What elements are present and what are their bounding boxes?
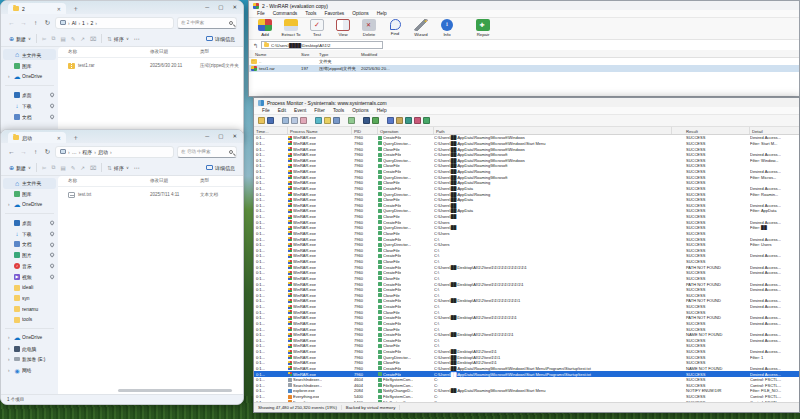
procmon-event-row[interactable]: 0:1...WinRAR.exe7960CreateFileC:\SUCCESS… [254,236,799,242]
sidebar-item-downloads-5[interactable]: ↓下载 [3,228,56,239]
more-options-button[interactable]: ⋯ [134,35,141,42]
new-button[interactable]: ⊕ 新建 ∨ [9,35,31,42]
profiling-icon[interactable] [423,117,430,124]
maximize-button[interactable]: ▢ [218,133,223,139]
procmon-event-row[interactable]: 0:1...WinRAR.exe7960CreateFileC:\Users\█… [254,152,799,158]
chevron-right-icon[interactable]: › [8,74,12,79]
autoscroll-icon[interactable] [291,117,298,124]
sidebar-item-folder-10[interactable]: ideali [3,282,56,293]
include-process-icon[interactable] [333,117,340,124]
procmon-event-row[interactable]: 0:1...WinRAR.exe7960CreateFileC:\SUCCESS… [254,287,799,293]
sidebar-item-documents-6[interactable]: 文档 [3,111,56,122]
file-row-test1-rar[interactable]: test1.rar 2025/6/30 20:11 压缩(zipped)文件夹 [60,60,241,71]
scrollbar-thumb[interactable] [118,389,232,392]
delete-icon[interactable]: ⌧ [90,165,96,171]
procmon-menu-options[interactable]: Options [348,108,373,113]
procmon-event-row[interactable]: 0:1...WinRAR.exe7960QueryDirector...C:\U… [254,158,799,164]
column-type[interactable]: 类型 [200,49,209,54]
procmon-event-row[interactable]: 0:1...WinRAR.exe7960QueryDirector...C:\U… [254,242,799,248]
winrar-menu-favorites[interactable]: Favorites [320,11,348,16]
column-name[interactable]: 名称 [68,178,77,183]
procmon-event-row[interactable]: 0:1...WinRAR.exe7960CreateFileC:\SUCCESS… [254,304,799,310]
chevron-right-icon[interactable]: › [8,346,12,351]
winrar-row-test1-rar[interactable]: test1.rar 197 压缩(zipped)文件夹 2025/6/30 20… [249,65,799,72]
minimize-button[interactable]: ─ [205,133,209,139]
winrar-menu-options[interactable]: Options [348,11,373,16]
copy-icon[interactable]: ⧉ [52,164,56,171]
breadcrumb-segment[interactable]: 程序 [82,149,92,155]
save-icon[interactable] [267,117,274,124]
procmon-event-row[interactable]: 0:1...WinRAR.exe7960CreateFileC:\SUCCESS… [254,270,799,276]
sidebar-item-drive-17[interactable]: ›新加卷 (E:) [3,354,56,365]
procmon-event-row[interactable]: 0:1...WinRAR.exe7960CloseFileC:\Users\██… [254,197,799,203]
procmon-menu-tools[interactable]: Tools [329,108,348,113]
extract-to-button[interactable]: Extract To [279,19,303,37]
column-operation[interactable]: Operation [378,127,434,134]
procmon-event-row[interactable]: 0:1...WinRAR.exe7960CreateFileC:\Users\█… [254,366,799,372]
chevron-right-icon[interactable]: › [8,368,12,373]
details-pane-button[interactable]: 详细信息 [206,36,235,42]
find-icon[interactable] [363,117,370,124]
column-detail[interactable]: Detail [750,127,799,134]
file-system-icon[interactable] [396,117,403,124]
procmon-event-row[interactable]: 0:1...WinRAR.exe7960QueryDirector...C:\U… [254,191,799,197]
sidebar-item-folder-11[interactable]: syn [3,293,56,304]
procmon-event-row[interactable]: 0:1...WinRAR.exe7960CloseFileC:\Users\██… [254,214,799,220]
tab-close-icon[interactable]: ✕ [57,135,61,141]
winrar-path-combo[interactable]: C:\Users\████\Desktop\AI\1\2 [261,41,383,49]
winrar-menu-tools[interactable]: Tools [301,11,320,16]
cut-icon[interactable]: ✂ [42,36,47,42]
sidebar-item-gallery-1[interactable]: 图库 [3,189,56,200]
details-pane-button[interactable]: 详细信息 [206,165,235,171]
procmon-menu-filter[interactable]: Filter [310,108,329,113]
paste-icon[interactable]: ▤ [61,165,66,171]
procmon-event-row[interactable]: 0:1...explorer.exe2084NotifyChangeD...C:… [254,388,799,394]
info-button[interactable]: Info [435,19,459,37]
sidebar-item-onedrive-2[interactable]: ›☁OneDrive [3,71,56,82]
sidebar-item-downloads-5[interactable]: ↓下载 [3,100,56,111]
procmon-event-row[interactable]: 0:1...WinRAR.exe7960CreateFileC:\Users\█… [254,349,799,355]
procmon-event-row[interactable]: 0:1...WinRAR.exe7960CreateFileC:\SUCCESS… [254,253,799,259]
procmon-event-row[interactable]: 0:1...WinRAR.exe7960CreateFileC:\Users\█… [254,315,799,321]
procmon-event-row[interactable]: 0:1...WinRAR.exe7960CreateFileC:\SUCCESS… [254,321,799,327]
file-row-test-txt[interactable]: test.txt 2025/7/11 4:11 文本文档 [60,189,241,200]
copy-icon[interactable]: ⧉ [52,35,56,42]
delete-button[interactable]: Delete [357,19,381,37]
sidebar-item-desktop-4[interactable]: 桌面 [3,217,56,228]
procmon-menu-edit[interactable]: Edit [274,108,290,113]
column-type[interactable]: Type [319,52,328,57]
sidebar-item-pictures-7[interactable]: 图片 [3,250,56,261]
search-box[interactable]: 在 启动 中搜索 [177,146,237,158]
up-button[interactable]: ↑ [31,148,40,155]
minimize-button[interactable]: ─ [205,4,209,10]
rename-icon[interactable]: ✎ [71,36,76,42]
view-button[interactable]: View [331,19,355,37]
close-button[interactable]: ✕ [232,133,237,139]
tab-folder-2[interactable]: 2 ✕ [8,3,66,14]
registry-icon[interactable] [387,117,394,124]
rename-icon[interactable]: ✎ [71,165,76,171]
back-button[interactable]: ← [7,148,16,155]
filter-icon[interactable] [315,117,322,124]
cut-icon[interactable]: ✂ [42,165,47,171]
column-name[interactable]: Name [255,52,266,57]
column-result[interactable]: Result [672,127,750,134]
refresh-button[interactable]: ↻ [43,19,52,27]
network-icon[interactable] [405,117,412,124]
sidebar-item-home-0[interactable]: ⌂主文件夹 [3,49,56,60]
procmon-event-row[interactable]: 0:1...WinRAR.exe7960CreateFileC:\Users\█… [254,298,799,304]
winrar-menu-file[interactable]: File [253,11,269,16]
procmon-event-row[interactable]: 0:1...WinRAR.exe7960CreateFileC:\Users\█… [254,135,799,141]
breadcrumb[interactable]: › AI›1›2› [55,17,174,29]
sidebar-item-home-0[interactable]: ⌂主文件夹 [3,178,56,189]
share-icon[interactable]: ↗ [80,165,85,171]
sidebar-item-onedrive-15[interactable]: ›☁OneDrive [3,332,56,343]
procmon-event-row[interactable]: 0:1...WinRAR.exe7960CloseFileC:\SUCCESS [254,343,799,349]
chevron-right-icon[interactable]: › [8,335,12,340]
column-name[interactable]: 名称 [68,49,77,54]
maximize-button[interactable]: ▢ [218,4,223,10]
sidebar-item-folder-13[interactable]: tools [3,315,56,326]
procmon-event-row[interactable]: 0:1...WinRAR.exe7960CloseFileC:\Users\██… [254,146,799,152]
procmon-event-row[interactable]: 0:1...Everything.exe5400FileSystemCon...… [254,394,799,400]
winrar-menu-help[interactable]: Help [373,11,391,16]
